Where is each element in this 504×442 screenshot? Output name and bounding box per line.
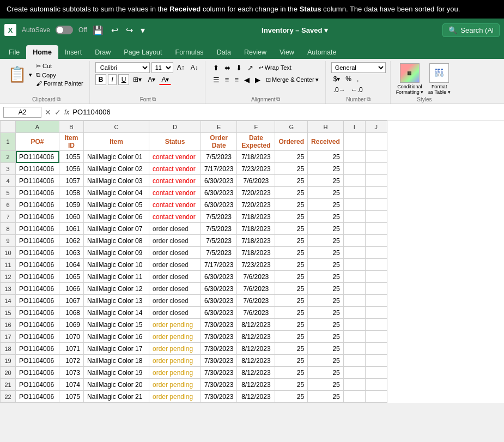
cell-E8[interactable]: 7/5/2023	[201, 223, 237, 235]
cell-A15[interactable]: PO1104006	[16, 307, 59, 319]
cell-A12[interactable]: PO1104006	[16, 271, 59, 283]
cell-F16[interactable]: 8/12/2023	[237, 319, 275, 331]
tab-home[interactable]: Home	[26, 45, 58, 59]
conditional-formatting-button[interactable]: ▦ ConditionalFormatting ▾	[396, 63, 424, 95]
format-painter-button[interactable]: 🖌 Format Painter	[34, 80, 85, 87]
cell-G8[interactable]: 25	[275, 223, 308, 235]
align-top-button[interactable]: ⬆	[211, 62, 221, 73]
comma-button[interactable]: ,	[355, 74, 361, 84]
cell-H9[interactable]: 25	[308, 235, 344, 247]
cell-E19[interactable]: 7/30/2023	[201, 355, 237, 367]
header-C[interactable]: Item	[84, 133, 149, 151]
header-D[interactable]: Status	[149, 133, 201, 151]
autosave-toggle[interactable]	[56, 26, 73, 34]
number-expand-icon[interactable]: ⧉	[367, 96, 371, 102]
cell-G15[interactable]: 25	[275, 307, 308, 319]
cell-E3[interactable]: 7/17/2023	[201, 163, 237, 175]
cell-C14[interactable]: NailMagic Color 13	[84, 295, 149, 307]
cell-H13[interactable]: 25	[308, 283, 344, 295]
header-G[interactable]: Ordered	[275, 133, 308, 151]
cell-H6[interactable]: 25	[308, 199, 344, 211]
cell-F5[interactable]: 7/20/2023	[237, 187, 275, 199]
font-size-select[interactable]: 11	[151, 62, 173, 73]
number-format-select[interactable]: General	[331, 62, 386, 73]
cell-C15[interactable]: NailMagic Color 14	[84, 307, 149, 319]
cell-H20[interactable]: 25	[308, 367, 344, 379]
col-header-C[interactable]: C	[84, 121, 149, 133]
cell-F8[interactable]: 7/18/2023	[237, 223, 275, 235]
col-header-F[interactable]: F	[237, 121, 275, 133]
italic-button[interactable]: I	[108, 74, 116, 85]
confirm-formula-button[interactable]: ✓	[54, 108, 61, 117]
cell-C8[interactable]: NailMagic Color 07	[84, 223, 149, 235]
cell-C10[interactable]: NailMagic Color 09	[84, 247, 149, 259]
cell-B21[interactable]: 1074	[59, 379, 84, 391]
cell-C3[interactable]: NailMagic Color 02	[84, 163, 149, 175]
underline-button[interactable]: U	[118, 74, 130, 85]
cell-H22[interactable]: 25	[308, 391, 344, 403]
decrease-indent-button[interactable]: ◀	[242, 74, 252, 85]
cell-B13[interactable]: 1066	[59, 283, 84, 295]
tab-draw[interactable]: Draw	[88, 45, 117, 59]
cell-D20[interactable]: order pending	[149, 367, 201, 379]
cell-B14[interactable]: 1067	[59, 295, 84, 307]
cell-C17[interactable]: NailMagic Color 16	[84, 331, 149, 343]
header-H[interactable]: Received	[308, 133, 344, 151]
font-color-button[interactable]: A▾	[159, 74, 171, 85]
cell-F7[interactable]: 7/18/2023	[237, 211, 275, 223]
cell-D9[interactable]: order closed	[149, 235, 201, 247]
cell-H14[interactable]: 25	[308, 295, 344, 307]
cell-C12[interactable]: NailMagic Color 11	[84, 271, 149, 283]
cell-B10[interactable]: 1063	[59, 247, 84, 259]
col-header-G[interactable]: G	[275, 121, 308, 133]
cell-G11[interactable]: 25	[275, 259, 308, 271]
cell-H21[interactable]: 25	[308, 379, 344, 391]
cell-E5[interactable]: 6/30/2023	[201, 187, 237, 199]
cell-G22[interactable]: 25	[275, 391, 308, 403]
cell-C6[interactable]: NailMagic Color 05	[84, 199, 149, 211]
cut-button[interactable]: ✂ ✂ CutCut	[34, 62, 85, 70]
cancel-formula-button[interactable]: ✕	[45, 108, 51, 117]
cell-D8[interactable]: order closed	[149, 223, 201, 235]
cell-E17[interactable]: 7/30/2023	[201, 331, 237, 343]
cell-H2[interactable]: 25	[308, 151, 344, 163]
cell-G9[interactable]: 25	[275, 235, 308, 247]
cell-D6[interactable]: contact vendor	[149, 199, 201, 211]
cell-B7[interactable]: 1060	[59, 211, 84, 223]
cell-D14[interactable]: order closed	[149, 295, 201, 307]
cell-E6[interactable]: 6/30/2023	[201, 199, 237, 211]
undo-icon[interactable]: ↩	[109, 24, 120, 37]
tab-automate[interactable]: Automate	[301, 45, 343, 59]
format-as-table-button[interactable]: ■ ■ ■ □ □ □ Formatas Table ▾	[426, 63, 453, 95]
header-E[interactable]: OrderDate	[201, 133, 237, 151]
col-header-E[interactable]: E	[201, 121, 237, 133]
tab-formulas[interactable]: Formulas	[169, 45, 210, 59]
col-header-D[interactable]: D	[149, 121, 201, 133]
cell-B19[interactable]: 1072	[59, 355, 84, 367]
cell-B22[interactable]: 1075	[59, 391, 84, 403]
cell-A18[interactable]: PO1104006	[16, 343, 59, 355]
align-left-button[interactable]: ☰	[211, 74, 222, 85]
cell-E7[interactable]: 7/5/2023	[201, 211, 237, 223]
increase-indent-button[interactable]: ▶	[253, 74, 263, 85]
cell-D5[interactable]: contact vendor	[149, 187, 201, 199]
cell-C13[interactable]: NailMagic Color 12	[84, 283, 149, 295]
cell-E21[interactable]: 7/30/2023	[201, 379, 237, 391]
tab-file[interactable]: File	[2, 45, 26, 59]
cell-G20[interactable]: 25	[275, 367, 308, 379]
align-middle-button[interactable]: ⬌	[222, 62, 233, 73]
cell-A3[interactable]: PO1104006	[16, 163, 59, 175]
cell-E13[interactable]: 6/30/2023	[201, 283, 237, 295]
cell-A2[interactable]: PO1104006	[16, 151, 59, 163]
cell-H18[interactable]: 25	[308, 343, 344, 355]
cell-D17[interactable]: order pending	[149, 331, 201, 343]
align-center-button[interactable]: ≡	[223, 74, 232, 85]
clipboard-expand-icon[interactable]: ⧉	[57, 96, 60, 102]
cell-C16[interactable]: NailMagic Color 15	[84, 319, 149, 331]
decrease-decimal-button[interactable]: .0→	[331, 85, 348, 95]
cell-G21[interactable]: 25	[275, 379, 308, 391]
cell-F11[interactable]: 7/23/2023	[237, 259, 275, 271]
tab-review[interactable]: Review	[238, 45, 273, 59]
copy-button[interactable]: ⧉ Copy	[34, 71, 85, 79]
font-name-select[interactable]: Calibri	[95, 62, 150, 73]
